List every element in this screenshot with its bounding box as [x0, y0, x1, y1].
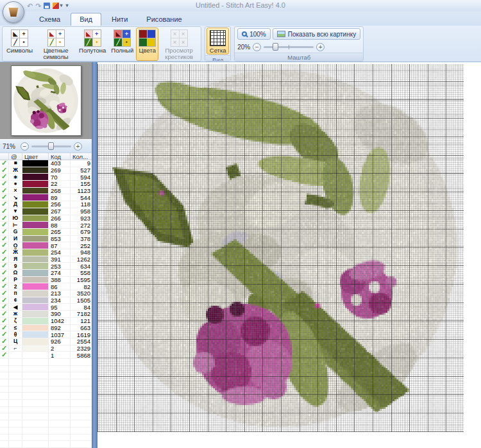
palette-row-code: [48, 379, 70, 386]
check-icon[interactable]: [0, 359, 8, 365]
panel-splitter[interactable]: [92, 62, 97, 448]
palette-row-color-swatch: [22, 236, 48, 242]
palette-header-symbol[interactable]: @: [8, 153, 22, 160]
slider-tick: [289, 45, 289, 49]
palette-row[interactable]: ✓Ю266923: [0, 215, 92, 222]
palette-row[interactable]: ✓15868: [0, 352, 92, 359]
preview-zoom-in-button[interactable]: +: [74, 142, 82, 151]
mode-button-stitch-preview: ××××Просмотр крестиков: [158, 28, 199, 61]
check-icon[interactable]: [0, 386, 8, 393]
palette-row-symbol: [8, 407, 22, 413]
palette-row-symbol: θ: [8, 331, 22, 338]
flowerpot-icon: [8, 8, 19, 17]
check-icon[interactable]: [0, 407, 8, 413]
title-bar[interactable]: ↶ ↷ ▾ ▾ Untitled - Stitch Art Easy! 4.0: [0, 0, 481, 12]
mode-button-label: Просмотр крестиков: [161, 47, 197, 60]
palette-row-count: 544: [70, 194, 92, 201]
palette-row[interactable]: ✓И853378: [0, 236, 92, 243]
palette-row-color-swatch: [22, 345, 48, 352]
check-icon[interactable]: [0, 366, 8, 372]
zoom-slider[interactable]: [264, 46, 314, 48]
palette-row[interactable]: ✓ζ1042121: [0, 318, 92, 325]
check-icon[interactable]: [0, 441, 8, 447]
palette-row[interactable]: ✓G265679: [0, 229, 92, 236]
pattern-canvas[interactable]: [97, 64, 464, 433]
palette-row-count: [70, 393, 92, 399]
show-whole-picture-button[interactable]: Показать всю картинку: [273, 28, 360, 40]
check-icon[interactable]: [0, 435, 8, 441]
mode-button-full[interactable]: ◣+╱•Полный: [108, 28, 136, 61]
zoom-100-button[interactable]: 100%: [237, 28, 271, 40]
palette-row-symbol: [8, 400, 22, 406]
palette-row[interactable]: ✓Ж269527: [0, 167, 92, 174]
palette-row-color-swatch: [22, 304, 48, 310]
palette-row-color-swatch: [22, 311, 48, 317]
palette-row-code: 403: [48, 160, 70, 167]
palette-row-code: 89: [48, 194, 70, 201]
preview-zoom-slider[interactable]: [31, 145, 71, 147]
palette-row-symbol: ≤: [8, 325, 22, 331]
zoom-in-button[interactable]: +: [316, 43, 325, 51]
palette-header-count[interactable]: Кол...: [70, 153, 92, 160]
palette-row-symbol: ×: [8, 188, 22, 194]
check-icon[interactable]: [0, 379, 8, 386]
palette-row-symbol: ζ: [8, 318, 22, 324]
tab-4[interactable]: Рисование: [138, 13, 190, 26]
mode-button-label: Полутона: [79, 47, 106, 54]
check-icon[interactable]: [0, 372, 8, 379]
mode-button-colors[interactable]: Цвета: [136, 28, 158, 61]
check-icon[interactable]: [0, 400, 8, 406]
picture-icon: [277, 31, 285, 37]
palette-row-color-swatch: [22, 366, 48, 372]
preview-zoom-slider-thumb[interactable]: [48, 142, 54, 150]
palette-row[interactable]: ✓¢2341505: [0, 297, 92, 304]
palette-row-count: 272: [70, 222, 92, 228]
tab-3[interactable]: Нити: [103, 13, 136, 26]
zoom-out-button[interactable]: −: [253, 43, 261, 51]
check-icon[interactable]: [0, 427, 8, 434]
palette-row-code: 256: [48, 201, 70, 208]
palette-row-code: 253: [48, 263, 70, 269]
palette-row-symbol: 2: [8, 283, 22, 290]
mode-button-symbols[interactable]: ◣+╱•Символы: [4, 28, 35, 61]
palette-row[interactable]: ✓Р3881595: [0, 277, 92, 284]
palette-row[interactable]: ✓×2681123: [0, 188, 92, 195]
check-icon[interactable]: [0, 420, 8, 427]
palette-row-code: 88: [48, 222, 70, 228]
tab-1[interactable]: Схема: [31, 13, 69, 26]
palette-row[interactable]: ✓Я3911262: [0, 256, 92, 263]
check-icon[interactable]: [0, 413, 8, 420]
check-icon[interactable]: [0, 393, 8, 399]
tab-2[interactable]: Вид: [71, 13, 101, 26]
palette-row[interactable]: ✓Ц9262554: [0, 338, 92, 345]
preview-zoom-out-button[interactable]: −: [21, 142, 29, 151]
full-icon: ◣+╱•: [114, 29, 131, 47]
grid-toggle-button[interactable]: Сетка: [207, 28, 229, 54]
palette-row-color-swatch: [22, 318, 48, 324]
palette-row-count: 3520: [70, 290, 92, 297]
app-menu-orb[interactable]: [3, 1, 24, 23]
palette-header-color[interactable]: Цвет: [22, 153, 48, 160]
palette-row[interactable]: ✓⌐22329: [0, 345, 92, 353]
mode-button-halftones[interactable]: ◣+╱•Полутона: [76, 28, 108, 61]
palette-row[interactable]: ✓▼267958: [0, 208, 92, 215]
palette-row-code: [48, 441, 70, 447]
palette-row-symbol: [8, 413, 22, 420]
palette-row-symbol: Ю: [8, 215, 22, 222]
palette-header-code[interactable]: Код: [48, 153, 70, 160]
palette-row-code: [48, 400, 70, 406]
stitch-preview-icon: ××××: [171, 29, 188, 47]
check-icon[interactable]: ✓: [0, 352, 8, 358]
palette-row[interactable]: ✓≤892663: [0, 325, 92, 332]
preview-zoom-value: 71%: [3, 143, 18, 150]
palette-row-empty: [0, 427, 92, 435]
palette-row-count: 558: [70, 270, 92, 276]
zoom-slider-thumb[interactable]: [273, 43, 278, 51]
palette-row-color-swatch: [22, 283, 48, 290]
palette-row-color-swatch: [22, 379, 48, 386]
palette-row-count: 84: [70, 304, 92, 310]
mode-button-colored-symbols[interactable]: ◣+╱•Цветные символы: [35, 28, 76, 61]
palette-row-count: 1595: [70, 277, 92, 283]
palette-row-symbol: Ж: [8, 167, 22, 174]
palette-row-color-swatch: [22, 386, 48, 393]
